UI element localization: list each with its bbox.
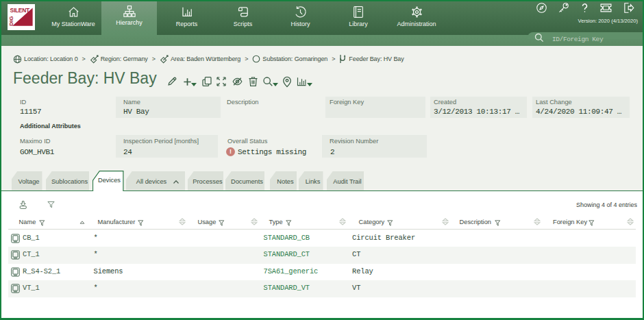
svg-text:SILENT: SILENT — [10, 7, 30, 14]
svg-text:DIG: DIG — [8, 16, 14, 26]
